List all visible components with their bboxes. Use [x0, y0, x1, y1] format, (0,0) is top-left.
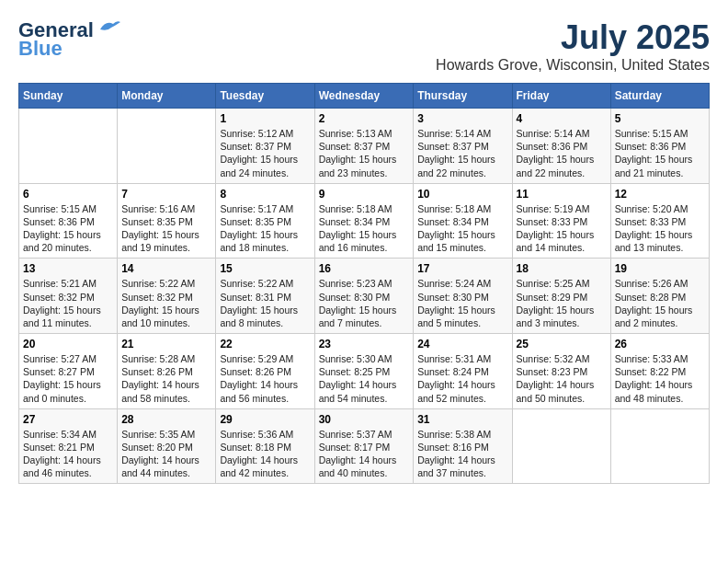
table-row: 20 Sunrise: 5:27 AM Sunset: 8:27 PM Dayl… — [19, 334, 118, 409]
table-row: 25 Sunrise: 5:32 AM Sunset: 8:23 PM Dayl… — [512, 334, 610, 409]
table-row: 3 Sunrise: 5:14 AM Sunset: 8:37 PM Dayli… — [414, 109, 512, 184]
day-number: 13 — [23, 262, 113, 275]
day-number: 17 — [417, 262, 507, 275]
day-sunrise: Sunrise: 5:12 AM — [220, 128, 293, 139]
day-number: 12 — [615, 188, 705, 201]
day-number: 18 — [517, 262, 607, 275]
day-sunset: Sunset: 8:16 PM — [417, 442, 489, 453]
logo-blue: Blue — [18, 37, 63, 61]
table-row: 31 Sunrise: 5:38 AM Sunset: 8:16 PM Dayl… — [414, 408, 512, 484]
header-tuesday: Tuesday — [216, 84, 314, 109]
day-sunset: Sunset: 8:31 PM — [220, 292, 291, 303]
day-number: 30 — [319, 413, 410, 426]
table-row: 12 Sunrise: 5:20 AM Sunset: 8:33 PM Dayl… — [610, 183, 709, 259]
day-daylight: Daylight: 15 hours and 3 minutes. — [517, 304, 595, 328]
day-sunrise: Sunrise: 5:21 AM — [23, 278, 97, 289]
day-daylight: Daylight: 15 hours and 15 minutes. — [417, 229, 495, 253]
day-sunset: Sunset: 8:28 PM — [615, 292, 687, 303]
table-row: 6 Sunrise: 5:15 AM Sunset: 8:36 PM Dayli… — [19, 183, 118, 259]
day-number: 24 — [417, 338, 507, 350]
day-sunrise: Sunrise: 5:27 AM — [23, 353, 97, 364]
day-number: 4 — [517, 112, 607, 125]
day-sunset: Sunset: 8:17 PM — [319, 442, 391, 453]
day-sunrise: Sunrise: 5:13 AM — [319, 128, 392, 139]
day-sunset: Sunset: 8:33 PM — [517, 216, 588, 227]
day-sunset: Sunset: 8:36 PM — [517, 141, 588, 152]
day-daylight: Daylight: 14 hours and 48 minutes. — [615, 379, 693, 403]
page-subtitle: Howards Grove, Wisconsin, United States — [436, 57, 710, 74]
day-sunset: Sunset: 8:35 PM — [121, 216, 193, 227]
day-sunrise: Sunrise: 5:35 AM — [121, 429, 195, 440]
header-saturday: Saturday — [610, 84, 709, 109]
day-sunset: Sunset: 8:34 PM — [417, 216, 489, 227]
header-wednesday: Wednesday — [314, 84, 414, 109]
header-thursday: Thursday — [414, 84, 512, 109]
table-row: 8 Sunrise: 5:17 AM Sunset: 8:35 PM Dayli… — [216, 183, 314, 259]
day-sunrise: Sunrise: 5:20 AM — [615, 203, 688, 214]
day-sunset: Sunset: 8:37 PM — [417, 141, 489, 152]
day-daylight: Daylight: 14 hours and 56 minutes. — [220, 379, 298, 403]
day-sunrise: Sunrise: 5:25 AM — [517, 278, 590, 289]
day-sunset: Sunset: 8:29 PM — [517, 292, 588, 303]
day-sunrise: Sunrise: 5:31 AM — [417, 353, 491, 364]
day-daylight: Daylight: 15 hours and 24 minutes. — [220, 154, 298, 178]
day-number: 22 — [220, 338, 310, 350]
day-sunset: Sunset: 8:26 PM — [121, 366, 193, 377]
day-sunrise: Sunrise: 5:18 AM — [417, 203, 491, 214]
day-number: 1 — [220, 112, 310, 125]
day-number: 5 — [615, 112, 705, 125]
day-daylight: Daylight: 15 hours and 13 minutes. — [615, 229, 693, 253]
day-number: 25 — [517, 338, 607, 350]
title-block: July 2025 Howards Grove, Wisconsin, Unit… — [436, 18, 710, 74]
day-daylight: Daylight: 14 hours and 40 minutes. — [319, 454, 397, 478]
day-sunset: Sunset: 8:35 PM — [220, 216, 291, 227]
day-daylight: Daylight: 14 hours and 58 minutes. — [121, 379, 199, 403]
day-number: 11 — [517, 188, 607, 201]
day-sunrise: Sunrise: 5:19 AM — [517, 203, 590, 214]
day-daylight: Daylight: 14 hours and 54 minutes. — [319, 379, 397, 403]
header-monday: Monday — [118, 84, 216, 109]
day-sunrise: Sunrise: 5:14 AM — [417, 128, 491, 139]
day-sunset: Sunset: 8:24 PM — [417, 366, 489, 377]
calendar-week-row: 6 Sunrise: 5:15 AM Sunset: 8:36 PM Dayli… — [19, 183, 710, 259]
table-row — [610, 408, 709, 484]
day-sunrise: Sunrise: 5:22 AM — [121, 278, 195, 289]
day-sunrise: Sunrise: 5:30 AM — [319, 353, 392, 364]
table-row: 28 Sunrise: 5:35 AM Sunset: 8:20 PM Dayl… — [118, 408, 216, 484]
header-friday: Friday — [512, 84, 610, 109]
day-number: 10 — [417, 188, 507, 201]
table-row: 24 Sunrise: 5:31 AM Sunset: 8:24 PM Dayl… — [414, 334, 512, 409]
day-sunset: Sunset: 8:37 PM — [220, 141, 291, 152]
page-title: July 2025 — [436, 18, 710, 57]
table-row: 18 Sunrise: 5:25 AM Sunset: 8:29 PM Dayl… — [512, 259, 610, 334]
day-sunrise: Sunrise: 5:15 AM — [23, 203, 97, 214]
day-sunrise: Sunrise: 5:14 AM — [517, 128, 590, 139]
day-number: 21 — [121, 338, 211, 350]
day-number: 2 — [319, 112, 410, 125]
day-number: 16 — [319, 262, 410, 275]
table-row: 4 Sunrise: 5:14 AM Sunset: 8:36 PM Dayli… — [512, 109, 610, 184]
logo-bird-icon — [97, 17, 122, 37]
calendar-header-row: Sunday Monday Tuesday Wednesday Thursday… — [19, 84, 710, 109]
day-daylight: Daylight: 15 hours and 19 minutes. — [121, 229, 199, 253]
day-daylight: Daylight: 15 hours and 22 minutes. — [517, 154, 595, 178]
logo-text-block: General Blue — [18, 18, 122, 61]
table-row: 2 Sunrise: 5:13 AM Sunset: 8:37 PM Dayli… — [314, 109, 414, 184]
day-number: 8 — [220, 188, 310, 201]
table-row: 27 Sunrise: 5:34 AM Sunset: 8:21 PM Dayl… — [19, 408, 118, 484]
day-daylight: Daylight: 14 hours and 42 minutes. — [220, 454, 298, 478]
table-row: 30 Sunrise: 5:37 AM Sunset: 8:17 PM Dayl… — [314, 408, 414, 484]
table-row: 15 Sunrise: 5:22 AM Sunset: 8:31 PM Dayl… — [216, 259, 314, 334]
day-daylight: Daylight: 15 hours and 7 minutes. — [319, 304, 397, 328]
day-sunset: Sunset: 8:32 PM — [121, 292, 193, 303]
day-daylight: Daylight: 15 hours and 20 minutes. — [23, 229, 101, 253]
day-daylight: Daylight: 14 hours and 52 minutes. — [417, 379, 495, 403]
day-sunrise: Sunrise: 5:28 AM — [121, 353, 195, 364]
table-row: 29 Sunrise: 5:36 AM Sunset: 8:18 PM Dayl… — [216, 408, 314, 484]
day-number: 20 — [23, 338, 113, 350]
day-daylight: Daylight: 15 hours and 11 minutes. — [23, 304, 101, 328]
day-sunset: Sunset: 8:37 PM — [319, 141, 391, 152]
day-sunset: Sunset: 8:21 PM — [23, 442, 95, 453]
day-number: 28 — [121, 413, 211, 426]
day-number: 6 — [23, 188, 113, 201]
